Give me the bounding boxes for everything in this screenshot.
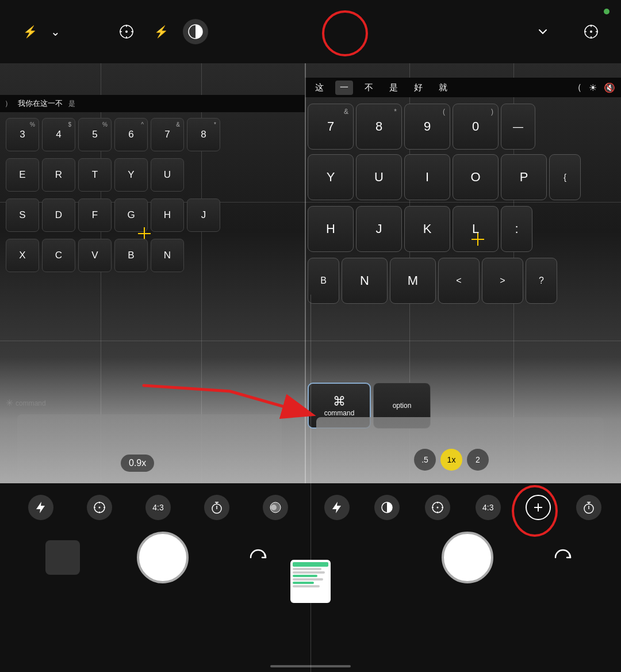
shutter-button-right[interactable] bbox=[442, 532, 493, 583]
flash-button-right[interactable] bbox=[324, 495, 350, 520]
right-zxcv-row: B N M < > ? bbox=[308, 258, 557, 304]
right-asdf-row: H J K L : bbox=[308, 206, 532, 252]
zoom-05-button[interactable]: .5 bbox=[414, 449, 436, 471]
key-6: ^6 bbox=[114, 118, 148, 151]
right-camera-panel: 这 一 不 是 好 就 （ ☀ 🔇 &7 *8 (9 )0 — Y U I O … bbox=[305, 63, 621, 483]
timer-button-left[interactable] bbox=[204, 495, 229, 520]
home-indicator bbox=[270, 665, 351, 667]
grid-line-h3 bbox=[305, 202, 621, 203]
status-dot bbox=[604, 9, 610, 14]
rkey-m: M bbox=[390, 258, 436, 304]
key-3: %3 bbox=[6, 118, 39, 151]
right-qwerty-row: Y U I O P { bbox=[308, 154, 581, 200]
rkey-p: P bbox=[501, 154, 547, 200]
thumbnail-left[interactable] bbox=[45, 540, 80, 575]
rkey-h: H bbox=[308, 206, 354, 252]
bottom-toolbar: 4:3 bbox=[0, 483, 621, 672]
key-8: *8 bbox=[187, 118, 220, 151]
key-n: N bbox=[151, 239, 184, 272]
rkey-9: (9 bbox=[404, 104, 450, 150]
filter-button-left[interactable] bbox=[263, 495, 288, 520]
zoom-controls-right[interactable]: .5 1x 2 bbox=[414, 449, 489, 471]
rkey-0: )0 bbox=[453, 104, 499, 150]
key-7: &7 bbox=[151, 118, 184, 151]
svg-point-1 bbox=[125, 30, 128, 33]
left-qwerty-row: E R T Y U bbox=[6, 158, 184, 192]
chevron-down-icon-left[interactable]: ⌄ bbox=[43, 19, 68, 44]
left-camera-panel: ） 我你在这一不 是 %3 $4 %5 ^6 &7 *8 E R T Y U S… bbox=[0, 63, 305, 483]
key-h: H bbox=[151, 198, 184, 232]
shutter-button-left[interactable] bbox=[137, 532, 189, 583]
panel-divider bbox=[305, 63, 306, 483]
focus-icon-center[interactable] bbox=[114, 19, 139, 44]
key-x: X bbox=[6, 239, 39, 272]
key-u: U bbox=[151, 158, 184, 192]
zoom-indicator-left[interactable]: 0.9x bbox=[121, 455, 154, 472]
left-touch-bar: ） 我你在这一不 是 bbox=[0, 95, 305, 112]
tb-item-6: 就 bbox=[434, 81, 452, 95]
focus-icon-right[interactable] bbox=[578, 19, 604, 44]
key-e: E bbox=[6, 158, 39, 192]
left-asdf-row: S D F G H J bbox=[6, 198, 220, 232]
tone-button-right[interactable] bbox=[374, 495, 400, 520]
key-j: J bbox=[187, 198, 220, 232]
left-shutter-area bbox=[6, 532, 310, 583]
left-trackpad bbox=[17, 414, 282, 483]
focus-button-left[interactable] bbox=[87, 495, 112, 520]
zoom-2-button[interactable]: 2 bbox=[467, 449, 489, 471]
rkey-q: ? bbox=[526, 258, 557, 304]
right-touch-bar: 这 一 不 是 好 就 （ ☀ 🔇 bbox=[305, 78, 621, 97]
left-controls: 4:3 bbox=[6, 495, 310, 520]
rkey-bracket: { bbox=[549, 154, 581, 200]
key-v: V bbox=[78, 239, 112, 272]
key-4: $4 bbox=[42, 118, 75, 151]
flash-icon-left[interactable]: ⚡ bbox=[17, 19, 43, 44]
document-thumbnail[interactable] bbox=[290, 560, 331, 603]
right-controls: 4:3 bbox=[310, 495, 615, 520]
flip-camera-left[interactable] bbox=[246, 545, 271, 570]
tb-item-4: 是 bbox=[385, 81, 402, 95]
tb-item-2: 一 bbox=[335, 81, 353, 95]
flash-icon-center[interactable]: ⚡ bbox=[148, 19, 174, 44]
svg-point-8 bbox=[590, 30, 592, 33]
key-c: C bbox=[42, 239, 75, 272]
rkey-y: Y bbox=[308, 154, 354, 200]
ratio-button-right[interactable]: 4:3 bbox=[476, 495, 501, 520]
right-number-row: &7 *8 (9 )0 — bbox=[308, 104, 535, 150]
key-y: Y bbox=[114, 158, 148, 192]
key-s: S bbox=[6, 198, 39, 232]
focus-button-right[interactable] bbox=[425, 495, 450, 520]
rkey-lt: < bbox=[438, 258, 480, 304]
rkey-u: U bbox=[356, 154, 402, 200]
left-command-key: ✳ command bbox=[6, 398, 46, 408]
ratio-button-left[interactable]: 4:3 bbox=[145, 495, 171, 520]
plus-button-right[interactable] bbox=[526, 495, 551, 520]
rkey-o: O bbox=[453, 154, 499, 200]
grid-line-h4 bbox=[305, 341, 621, 341]
key-f: F bbox=[78, 198, 112, 232]
left-number-row: %3 $4 %5 ^6 &7 *8 bbox=[6, 118, 220, 151]
right-shutter-area bbox=[310, 532, 615, 583]
tb-item-3: 不 bbox=[360, 81, 378, 95]
rkey-gt: > bbox=[482, 258, 523, 304]
flip-camera-right[interactable] bbox=[550, 545, 576, 570]
left-zxcv-row: X C V B N bbox=[6, 239, 184, 272]
top-toolbar: ⚡ ⌄ ⚡ bbox=[0, 0, 621, 63]
flash-button-left[interactable] bbox=[28, 495, 53, 520]
tb-item-1: 这 bbox=[310, 81, 328, 95]
rkey-j: J bbox=[356, 206, 402, 252]
chevron-down-icon-right[interactable] bbox=[530, 19, 555, 44]
svg-point-29 bbox=[271, 505, 277, 510]
key-5: %5 bbox=[78, 118, 112, 151]
rkey-semicolon: : bbox=[501, 206, 532, 252]
zoom-1x-button[interactable]: 1x bbox=[440, 449, 462, 471]
rkey-7: &7 bbox=[308, 104, 354, 150]
tone-icon-center[interactable] bbox=[183, 19, 208, 44]
key-b: B bbox=[114, 239, 148, 272]
timer-button-right[interactable] bbox=[576, 495, 601, 520]
rkey-dash: — bbox=[501, 104, 535, 150]
grid-line-h2 bbox=[0, 341, 305, 341]
key-d: D bbox=[42, 198, 75, 232]
rkey-n: N bbox=[342, 258, 388, 304]
key-t: T bbox=[78, 158, 112, 192]
